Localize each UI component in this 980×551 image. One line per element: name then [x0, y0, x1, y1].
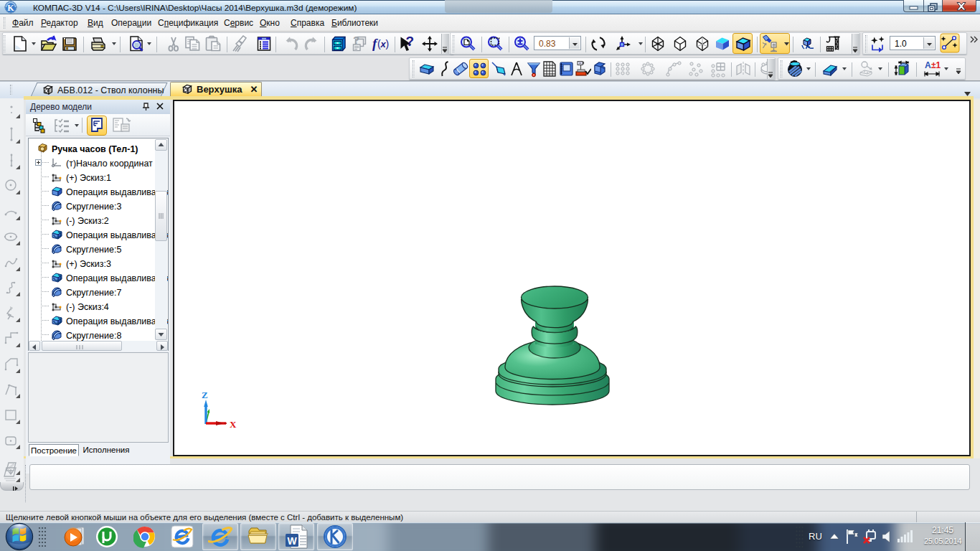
- svg-text:?: ?: [353, 35, 359, 46]
- svg-text:A: A: [925, 60, 931, 70]
- svg-text:X: X: [230, 419, 237, 430]
- svg-text:Z: Z: [202, 390, 208, 400]
- svg-text:W: W: [287, 535, 297, 547]
- svg-text:±1: ±1: [931, 60, 941, 70]
- svg-text:?: ?: [406, 35, 415, 49]
- svg-text:): ): [386, 38, 390, 50]
